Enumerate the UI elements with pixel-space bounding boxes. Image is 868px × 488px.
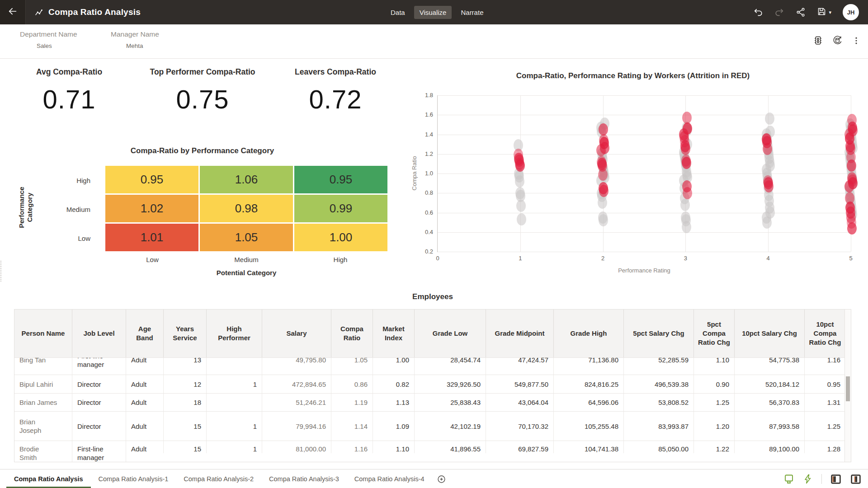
heatmap-cell-high-high[interactable]: 0.95 bbox=[294, 166, 387, 193]
column-header-10pct-salary-chg[interactable]: 10pct Salary Chg bbox=[735, 310, 805, 357]
table-cell[interactable]: Director bbox=[72, 412, 126, 441]
scatter-point-attrition[interactable] bbox=[596, 144, 606, 156]
heatmap-cell-medium-high[interactable]: 0.99 bbox=[294, 195, 387, 222]
scatter-point[interactable] bbox=[765, 113, 774, 125]
table-cell[interactable]: Adult bbox=[126, 441, 164, 453]
table-cell[interactable]: 1.10 bbox=[373, 441, 415, 453]
user-avatar[interactable]: JH bbox=[843, 4, 859, 20]
column-header-age-band[interactable]: Age Band bbox=[126, 310, 164, 357]
table-cell[interactable]: 0.95 bbox=[805, 375, 846, 393]
table-row[interactable]: Bipul LahiriDirectorAdult121472,894.650.… bbox=[14, 375, 851, 393]
column-header-grade-high[interactable]: Grade High bbox=[554, 310, 624, 357]
save-caret-icon[interactable]: ▾ bbox=[829, 9, 831, 15]
table-cell[interactable]: 15 bbox=[164, 412, 207, 441]
table-cell[interactable]: 105,255.48 bbox=[554, 412, 624, 441]
table-cell[interactable]: 51,246.21 bbox=[262, 394, 331, 411]
scatter-point-attrition[interactable] bbox=[847, 222, 857, 235]
scatter-point-attrition[interactable] bbox=[515, 160, 525, 172]
table-cell[interactable]: 1.14 bbox=[331, 412, 373, 441]
scatter-point[interactable] bbox=[516, 200, 526, 212]
table-cell[interactable]: 42,102.19 bbox=[415, 412, 486, 441]
scatter-point-attrition[interactable] bbox=[764, 180, 774, 192]
scatter-point[interactable] bbox=[515, 175, 524, 188]
heatmap-cell-low-low[interactable]: 1.01 bbox=[105, 224, 198, 251]
scatter-point[interactable] bbox=[762, 216, 772, 229]
table-cell[interactable]: 13 bbox=[164, 358, 207, 375]
table-cell[interactable]: 52,285.59 bbox=[624, 358, 694, 375]
scatter-point[interactable] bbox=[680, 199, 690, 211]
table-cell[interactable]: Brian Joseph bbox=[14, 412, 72, 441]
column-header-salary[interactable]: Salary bbox=[262, 310, 331, 357]
table-cell[interactable]: Director bbox=[72, 394, 126, 411]
scatter-point-attrition[interactable] bbox=[847, 160, 856, 172]
filter-department-name[interactable]: Department Name Sales bbox=[20, 30, 77, 49]
present-mode-icon[interactable] bbox=[783, 474, 794, 484]
scatter-point-attrition[interactable] bbox=[599, 185, 609, 197]
column-header-10pct-compa-ratio-chg[interactable]: 10pct Compa Ratio Chg bbox=[805, 310, 846, 357]
table-cell[interactable]: 496,539.38 bbox=[624, 375, 694, 393]
table-cell[interactable]: 25,838.43 bbox=[415, 394, 486, 411]
table-cell[interactable]: 56,370.83 bbox=[735, 394, 805, 411]
auto-insights-lightning-icon[interactable] bbox=[802, 474, 813, 484]
back-button[interactable] bbox=[0, 0, 26, 24]
table-cell[interactable]: Bipul Lahiri bbox=[14, 375, 72, 393]
canvas-tab-0[interactable]: Compa Ratio Analysis bbox=[6, 469, 91, 488]
kpi-leavers-compa-ratio[interactable]: Leavers Compa-Ratio 0.72 bbox=[281, 58, 390, 114]
column-header-years-service[interactable]: Years Service bbox=[164, 310, 207, 357]
table-cell[interactable]: 824,816.25 bbox=[554, 375, 624, 393]
heatmap-cell-medium-medium[interactable]: 0.98 bbox=[200, 195, 293, 222]
table-cell[interactable]: Brian James bbox=[14, 394, 72, 411]
heatmap-cell-high-low[interactable]: 0.95 bbox=[105, 166, 198, 193]
table-cell[interactable]: 1.22 bbox=[694, 441, 735, 453]
scatter-plot-area[interactable]: Performance Rating 1.81.61.41.21.00.80.6… bbox=[437, 95, 851, 252]
table-cell[interactable]: 54,775.38 bbox=[735, 358, 805, 375]
table-cell[interactable]: 1.25 bbox=[805, 412, 846, 441]
table-cell[interactable]: 28,454.74 bbox=[415, 358, 486, 375]
table-row[interactable]: Brian JosephDirectorAdult15179,994.161.1… bbox=[14, 411, 851, 441]
column-header-person-name[interactable]: Person Name bbox=[14, 310, 72, 357]
table-cell[interactable]: 0.86 bbox=[331, 375, 373, 393]
left-panel-layout-icon[interactable] bbox=[830, 474, 842, 485]
table-cell[interactable]: 15 bbox=[164, 441, 207, 453]
table-cell[interactable]: 43,064.04 bbox=[486, 394, 554, 411]
column-header-compa-ratio[interactable]: Compa Ratio bbox=[331, 310, 373, 357]
undo-icon[interactable] bbox=[753, 7, 763, 17]
column-header-job-level[interactable]: Job Level bbox=[72, 310, 126, 357]
table-cell[interactable]: 83,993.87 bbox=[624, 412, 694, 441]
table-cell[interactable]: 1.09 bbox=[373, 412, 415, 441]
scatter-point[interactable] bbox=[682, 221, 691, 233]
kpi-top-performer-compa-ratio[interactable]: Top Performer Compa-Ratio 0.75 bbox=[148, 58, 257, 114]
table-cell[interactable]: 104,741.38 bbox=[554, 441, 624, 453]
table-cell[interactable]: 71,136.80 bbox=[554, 358, 624, 375]
canvas-tab-3[interactable]: Compa Ratio Analysis-3 bbox=[261, 469, 347, 488]
table-cell[interactable] bbox=[207, 394, 262, 411]
column-header-market-index[interactable]: Market Index bbox=[373, 310, 415, 357]
add-canvas-button[interactable] bbox=[437, 469, 446, 488]
table-cell[interactable]: 70,170.32 bbox=[486, 412, 554, 441]
table-cell[interactable]: 1.16 bbox=[331, 441, 373, 453]
table-scrollbar-thumb[interactable] bbox=[846, 376, 850, 401]
table-cell[interactable]: 81,000.00 bbox=[262, 441, 331, 453]
table-cell[interactable]: 1 bbox=[207, 441, 262, 453]
table-cell[interactable]: Brodie Smith bbox=[14, 441, 72, 462]
table-cell[interactable]: 329,926.50 bbox=[415, 375, 486, 393]
tab-visualize[interactable]: Visualize bbox=[414, 6, 452, 19]
table-cell[interactable]: 85,050.00 bbox=[624, 441, 694, 453]
redo-icon[interactable] bbox=[774, 7, 784, 17]
table-cell[interactable]: Adult bbox=[126, 375, 164, 393]
column-header-5pct-compa-ratio-chg[interactable]: 5pct Compa Ratio Chg bbox=[694, 310, 735, 357]
column-header-high-performer[interactable]: High Performer bbox=[207, 310, 262, 357]
table-cell[interactable]: 472,894.65 bbox=[262, 375, 331, 393]
scatter-point[interactable] bbox=[517, 213, 526, 225]
table-cell[interactable]: First-line manager bbox=[72, 358, 126, 375]
canvas-tab-4[interactable]: Compa Ratio Analysis-4 bbox=[347, 469, 432, 488]
heatmap-cell-low-high[interactable]: 1.00 bbox=[294, 224, 387, 251]
table-cell[interactable]: 79,994.16 bbox=[262, 412, 331, 441]
filter-manager-name[interactable]: Manager Name Mehta bbox=[111, 30, 159, 49]
table-cell[interactable]: 0.82 bbox=[373, 375, 415, 393]
table-cell[interactable]: 18 bbox=[164, 394, 207, 411]
canvas-tab-1[interactable]: Compa Ratio Analysis-1 bbox=[91, 469, 176, 488]
split-panel-layout-icon[interactable] bbox=[850, 474, 862, 485]
scatter-point[interactable] bbox=[599, 214, 608, 226]
table-cell[interactable]: 53,808.52 bbox=[624, 394, 694, 411]
